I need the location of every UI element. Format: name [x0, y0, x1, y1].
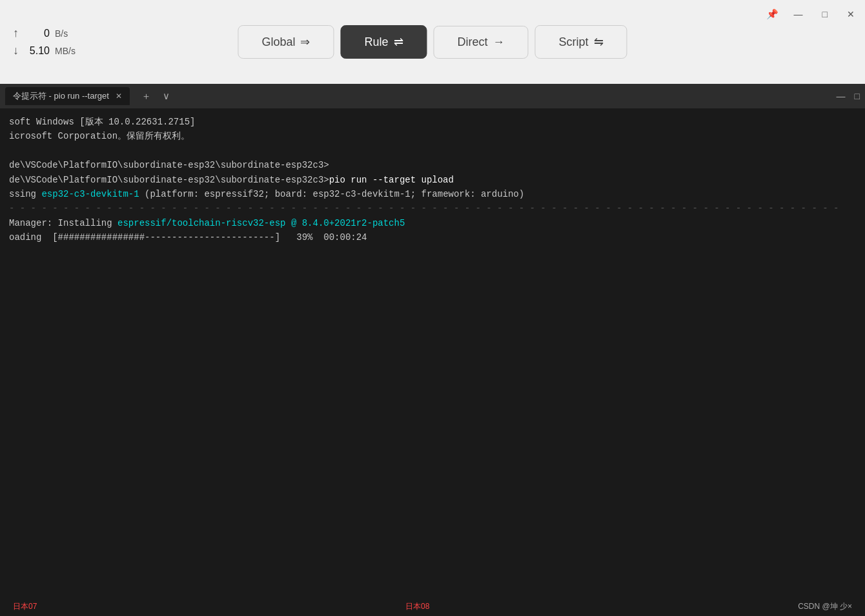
maximize-button[interactable]: □ [819, 6, 831, 22]
terminal-titlebar-actions: ＋ ∨ [139, 89, 172, 104]
dropdown-button[interactable]: ∨ [160, 89, 172, 103]
term-separator: - - - - - - - - - - - - - - - - - - - - … [9, 201, 856, 215]
new-tab-button[interactable]: ＋ [139, 89, 154, 104]
titlebar-right-controls: — □ [837, 91, 860, 101]
script-label: Script [559, 35, 589, 49]
global-icon: ⇒ [300, 35, 310, 49]
proxy-mode-buttons: Global ⇒ Rule ⇌ Direct → Script ⇋ [238, 25, 627, 59]
term-line-2: icrosoft Corporation。保留所有权利。 [9, 129, 856, 143]
script-button[interactable]: Script ⇋ [535, 25, 627, 59]
tab-close-button[interactable]: ✕ [116, 92, 122, 101]
term-line-4: de\VSCode\PlatformIO\subordinate-esp32\s… [9, 158, 856, 172]
close-button[interactable]: ✕ [843, 6, 859, 22]
term-line-1: soft Windows [版本 10.0.22631.2715] [9, 115, 856, 129]
rule-label: Rule [364, 35, 388, 49]
term-line-6: ssing esp32-c3-devkitm-1 (platform: espr… [9, 187, 856, 201]
terminal-body[interactable]: soft Windows [版本 10.0.22631.2715] icroso… [0, 108, 865, 597]
term-line-5: de\VSCode\PlatformIO\subordinate-esp32\s… [9, 173, 856, 187]
global-button[interactable]: Global ⇒ [238, 25, 334, 59]
upload-unit: B/s [55, 28, 68, 39]
upload-value: 0 [24, 28, 50, 39]
network-stats: ↑ 0 B/s ↓ 5.10 MB/s [13, 26, 76, 57]
rule-icon: ⇌ [394, 35, 403, 49]
top-bar: ↑ 0 B/s ↓ 5.10 MB/s Global ⇒ Rule ⇌ Dire… [0, 0, 865, 84]
taskbar: 日本07 日本08 CSDN @坤 少× [0, 597, 865, 616]
script-icon: ⇋ [594, 35, 604, 49]
download-stat: ↓ 5.10 MB/s [13, 44, 76, 57]
direct-button[interactable]: Direct → [434, 26, 529, 59]
direct-label: Direct [458, 35, 488, 49]
minimize-button[interactable]: — [790, 6, 807, 22]
term-line-9: oading [################----------------… [9, 230, 856, 244]
terminal-maximize-button[interactable]: □ [855, 91, 860, 101]
direct-icon: → [493, 35, 505, 49]
pin-icon[interactable]: 📌 [766, 8, 778, 20]
global-label: Global [261, 35, 295, 49]
terminal-tab-label: 令提示符 - pio run --target [13, 90, 109, 102]
term-line-3 [9, 144, 856, 158]
window-controls: 📌 — □ ✕ [766, 6, 859, 22]
download-arrow: ↓ [13, 44, 19, 57]
terminal-minimize-button[interactable]: — [837, 91, 846, 101]
download-value: 5.10 [24, 45, 50, 57]
taskbar-item-2[interactable]: 日本08 [405, 601, 429, 612]
taskbar-item-1[interactable]: 日本07 [13, 601, 37, 612]
terminal-container: 令提示符 - pio run --target ✕ ＋ ∨ — □ soft W… [0, 84, 865, 597]
taskbar-branding: CSDN @坤 少× [798, 601, 852, 612]
upload-arrow: ↑ [13, 26, 19, 40]
term-line-8: Manager: Installing espressif/toolchain-… [9, 216, 856, 230]
download-unit: MB/s [55, 46, 76, 56]
rule-button[interactable]: Rule ⇌ [340, 25, 427, 59]
terminal-titlebar: 令提示符 - pio run --target ✕ ＋ ∨ — □ [0, 84, 865, 108]
terminal-tab[interactable]: 令提示符 - pio run --target ✕ [5, 87, 130, 105]
upload-stat: ↑ 0 B/s [13, 26, 76, 40]
